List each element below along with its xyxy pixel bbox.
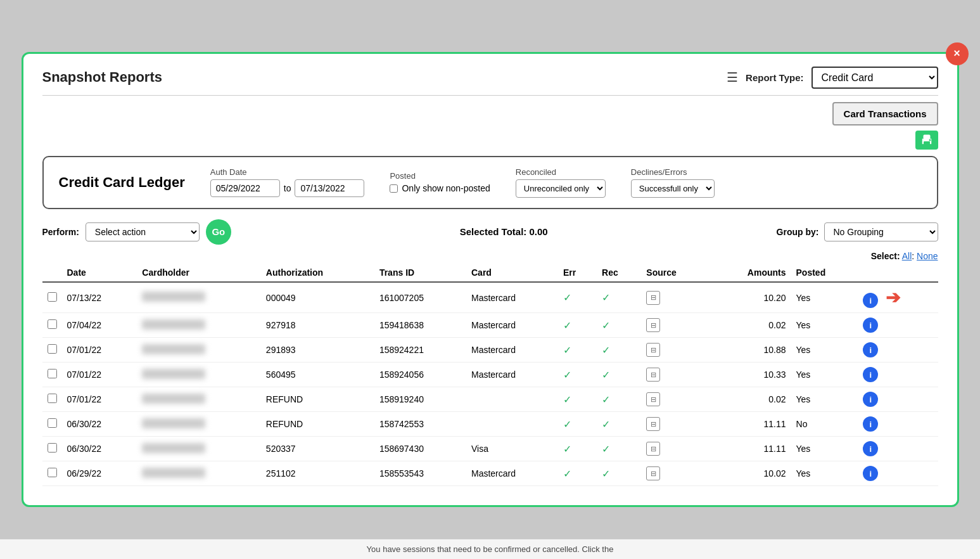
row-card: Mastercard <box>466 338 558 363</box>
source-icon[interactable]: ⊟ <box>646 442 660 456</box>
info-button[interactable]: i <box>863 293 878 308</box>
row-checkbox[interactable] <box>48 394 57 403</box>
row-info-cell: i <box>858 461 938 486</box>
source-icon[interactable]: ⊟ <box>646 466 660 480</box>
row-checkbox[interactable] <box>48 468 57 477</box>
row-cardholder <box>137 412 261 437</box>
select-all-link[interactable]: All <box>902 251 912 261</box>
row-date: 07/04/22 <box>62 313 137 338</box>
row-date: 07/13/22 <box>62 282 137 313</box>
source-icon[interactable]: ⊟ <box>646 417 660 431</box>
row-posted: Yes <box>791 363 858 387</box>
reconciled-select[interactable]: Unreconciled only All Reconciled only <box>516 179 606 198</box>
row-card: Visa <box>466 437 558 461</box>
source-icon[interactable]: ⊟ <box>646 368 660 382</box>
date-from-input[interactable] <box>210 179 280 197</box>
close-button[interactable]: × <box>946 42 969 65</box>
actions-row: Perform: Select action Reconcile Delete … <box>42 219 938 245</box>
table-row: 06/30/22 520337 158697430 Visa ✓ ✓ ⊟ 11.… <box>42 437 938 461</box>
err-check-icon: ✓ <box>563 345 571 356</box>
rec-check-icon: ✓ <box>602 394 610 405</box>
source-icon[interactable]: ⊟ <box>646 343 660 357</box>
table-header-row: Date Cardholder Authorization Trans ID C… <box>42 264 938 282</box>
col-amounts: Amounts <box>709 264 791 282</box>
source-icon[interactable]: ⊟ <box>646 318 660 332</box>
info-button[interactable]: i <box>863 466 878 481</box>
row-card: Mastercard <box>466 461 558 486</box>
row-checkbox[interactable] <box>48 369 57 378</box>
row-date: 07/01/22 <box>62 363 137 387</box>
err-check-icon: ✓ <box>563 419 571 430</box>
selected-total: Selected Total: 0.00 <box>460 226 548 237</box>
row-source: ⊟ <box>641 363 709 387</box>
col-err: Err <box>558 264 597 282</box>
row-trans-id: 158924221 <box>374 338 466 363</box>
app-title: Snapshot Reports <box>42 69 162 86</box>
info-button[interactable]: i <box>863 441 878 456</box>
row-card <box>466 387 558 412</box>
source-icon[interactable]: ⊟ <box>646 392 660 406</box>
table-row: 07/01/22 560495 158924056 Mastercard ✓ ✓… <box>42 363 938 387</box>
printer-row <box>42 131 938 150</box>
err-check-icon: ✓ <box>563 320 571 331</box>
row-checkbox-cell <box>42 412 62 437</box>
row-rec: ✓ <box>597 387 641 412</box>
posted-group: Posted Only show non-posted <box>390 171 490 193</box>
arrow-indicator: ➔ <box>886 288 900 307</box>
date-to-input[interactable] <box>295 179 364 197</box>
card-transactions-button[interactable]: Card Transactions <box>832 102 938 125</box>
selected-total-value: 0.00 <box>530 226 548 237</box>
row-err: ✓ <box>558 412 597 437</box>
row-checkbox[interactable] <box>48 292 57 302</box>
row-trans-id: 158919240 <box>374 387 466 412</box>
row-source: ⊟ <box>641 387 709 412</box>
bottom-bar-text: You have sessions that need to be confir… <box>367 544 614 554</box>
row-info-cell: i <box>858 313 938 338</box>
row-source: ⊟ <box>641 412 709 437</box>
row-rec: ✓ <box>597 437 641 461</box>
row-rec: ✓ <box>597 282 641 313</box>
go-button[interactable]: Go <box>206 219 231 245</box>
col-source: Source <box>641 264 709 282</box>
row-date: 06/29/22 <box>62 461 137 486</box>
row-checkbox[interactable] <box>48 443 57 453</box>
source-icon[interactable]: ⊟ <box>646 291 660 305</box>
info-button[interactable]: i <box>863 342 878 357</box>
row-trans-id: 161007205 <box>374 282 466 313</box>
report-type-select[interactable]: Credit Card Debit Card ACH <box>811 67 938 89</box>
row-cardholder <box>137 437 261 461</box>
row-trans-id: 158742553 <box>374 412 466 437</box>
row-checkbox[interactable] <box>48 344 57 354</box>
row-rec: ✓ <box>597 338 641 363</box>
row-posted: No <box>791 412 858 437</box>
declines-select[interactable]: Successfull only All Declined only <box>631 179 715 198</box>
table-row: 06/29/22 251102 158553543 Mastercard ✓ ✓… <box>42 461 938 486</box>
info-button[interactable]: i <box>863 318 878 333</box>
header-divider <box>42 95 938 96</box>
info-button[interactable]: i <box>863 416 878 432</box>
col-info <box>858 264 938 282</box>
col-rec: Rec <box>597 264 641 282</box>
row-cardholder <box>137 363 261 387</box>
groupby-select[interactable]: No Grouping By Card By Date <box>824 222 938 241</box>
groupby-row: Group by: No Grouping By Card By Date <box>777 222 938 241</box>
svg-rect-1 <box>924 135 930 139</box>
row-posted: Yes <box>791 313 858 338</box>
row-checkbox[interactable] <box>48 319 57 329</box>
select-action-dropdown[interactable]: Select action Reconcile Delete <box>86 222 200 241</box>
info-button[interactable]: i <box>863 392 878 407</box>
table-row: 07/13/22 000049 161007205 Mastercard ✓ ✓… <box>42 282 938 313</box>
row-authorization: 291893 <box>261 338 374 363</box>
transactions-table: Date Cardholder Authorization Trans ID C… <box>42 264 938 487</box>
select-none-link[interactable]: None <box>917 251 938 261</box>
err-check-icon: ✓ <box>563 444 571 454</box>
menu-icon[interactable]: ☰ <box>727 70 738 85</box>
info-button[interactable]: i <box>863 367 878 382</box>
row-date: 06/30/22 <box>62 437 137 461</box>
row-card: Mastercard <box>466 363 558 387</box>
row-checkbox[interactable] <box>48 418 57 428</box>
row-cardholder <box>137 313 261 338</box>
row-date: 07/01/22 <box>62 387 137 412</box>
only-non-posted-checkbox[interactable] <box>390 184 398 193</box>
printer-icon[interactable] <box>915 131 938 150</box>
